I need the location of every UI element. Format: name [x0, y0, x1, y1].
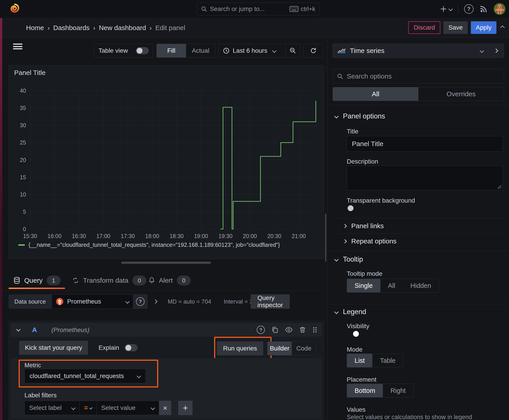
description-textarea[interactable]: [347, 165, 503, 190]
transform-count-badge: 0: [132, 276, 146, 285]
chart-panel[interactable]: 051015202530354015:3016:0016:3017:0017:3…: [8, 65, 324, 259]
run-queries-button[interactable]: Run queries: [217, 341, 263, 355]
user-avatar[interactable]: [494, 3, 505, 15]
tooltip-section-title: Tooltip: [343, 255, 363, 263]
select-label-dropdown[interactable]: Select label: [24, 401, 80, 415]
discard-button[interactable]: Discard: [408, 21, 440, 34]
kick-start-query-button[interactable]: Kick start your query: [19, 341, 88, 355]
fill-option[interactable]: Fill: [157, 44, 186, 57]
chevron-down-icon: [334, 257, 339, 262]
tab-overrides[interactable]: Overrides: [418, 87, 504, 101]
svg-text:30: 30: [20, 122, 26, 128]
query-help-icon[interactable]: ?: [257, 326, 265, 334]
apply-button[interactable]: Apply: [471, 21, 496, 34]
table-view-toggle-group[interactable]: Table view: [94, 44, 153, 58]
bell-icon: [149, 277, 155, 284]
remove-filter-button[interactable]: ×: [159, 401, 171, 415]
breadcrumb-dashboards[interactable]: Dashboards: [53, 24, 90, 32]
legend-placement-right[interactable]: Right: [383, 384, 413, 397]
tab-transform-data[interactable]: Transform data 0: [72, 272, 146, 289]
select-value-dropdown[interactable]: Select value: [97, 401, 159, 415]
explain-toggle[interactable]: [125, 344, 137, 351]
tab-query[interactable]: Query 1: [14, 272, 61, 289]
zoom-out-time-button[interactable]: [285, 44, 300, 57]
builder-option[interactable]: Builder: [267, 342, 292, 355]
legend-mode-table[interactable]: Table: [372, 354, 403, 367]
legend-placement-bottom[interactable]: Bottom: [347, 384, 383, 397]
datasource-row: Data source Prometheus ? MD = auto = 704…: [8, 294, 259, 309]
query-stats: MD = auto = 704 Interval = 30s: [168, 294, 259, 309]
global-search-input[interactable]: Search or jump to... ctrl+k: [197, 2, 319, 15]
table-view-toggle[interactable]: [136, 47, 149, 54]
svg-text:16:00: 16:00: [48, 233, 62, 239]
time-series-chart[interactable]: 051015202530354015:3016:0016:3017:0017:3…: [9, 65, 324, 258]
refresh-icon: [310, 47, 317, 54]
tooltip-mode-all[interactable]: All: [380, 279, 403, 292]
news-rss-button[interactable]: [479, 5, 488, 13]
drag-handle-icon[interactable]: [312, 326, 317, 333]
search-icon: [337, 73, 343, 79]
refresh-button[interactable]: [304, 44, 323, 58]
breadcrumb-new-dashboard[interactable]: New dashboard: [99, 24, 146, 32]
horizontal-scrollbar[interactable]: [121, 262, 211, 264]
sidebar-divider: [327, 38, 327, 420]
help-button[interactable]: ?: [464, 4, 473, 14]
trash-icon[interactable]: [299, 326, 306, 333]
duplicate-icon[interactable]: [272, 326, 278, 333]
operator-dropdown[interactable]: =: [80, 401, 97, 415]
options-search-input[interactable]: Search options: [333, 69, 504, 83]
tooltip-mode-hidden[interactable]: Hidden: [403, 279, 439, 292]
time-range-picker[interactable]: Last 6 hours: [219, 44, 285, 57]
tab-alert[interactable]: Alert 0: [149, 272, 191, 289]
collapse-pane-button[interactable]: [500, 26, 505, 29]
svg-text:15:30: 15:30: [23, 233, 37, 239]
vertical-scrollbar[interactable]: [325, 214, 326, 262]
viz-suggestions-button[interactable]: [488, 44, 504, 58]
svg-text:18:30: 18:30: [170, 233, 184, 239]
builder-code-switch: Builder Code: [267, 341, 316, 355]
legend-mode-list[interactable]: List: [347, 354, 372, 367]
save-button[interactable]: Save: [443, 21, 468, 34]
actual-option[interactable]: Actual: [186, 44, 215, 57]
code-option[interactable]: Code: [292, 342, 316, 355]
query-row-header[interactable]: A (Prometheus) ?: [11, 323, 322, 337]
breadcrumb-home[interactable]: Home: [26, 24, 44, 32]
tooltip-section-header[interactable]: Tooltip: [335, 255, 363, 263]
panel-options-header[interactable]: Panel options: [335, 112, 385, 120]
datasource-select[interactable]: Prometheus: [52, 294, 133, 309]
explain-label: Explain: [99, 344, 119, 351]
datasource-help-button[interactable]: ?: [133, 294, 147, 309]
svg-text:21:00: 21:00: [292, 233, 306, 239]
collapse-query-chevron[interactable]: [17, 328, 20, 332]
search-placeholder: Search or jump to...: [210, 5, 287, 13]
query-inspector-button[interactable]: Query inspector: [251, 294, 290, 309]
add-filter-button[interactable]: +: [178, 401, 193, 415]
metric-select[interactable]: cloudflared_tunnel_total_requests: [24, 369, 146, 383]
chevron-up-icon: [500, 25, 505, 30]
active-tab-underline: [8, 288, 65, 289]
breadcrumb-separator: [93, 24, 95, 32]
explain-toggle-group: Explain: [99, 341, 137, 355]
svg-text:5: 5: [23, 209, 26, 215]
legend-series-name[interactable]: {__name__="cloudflared_tunnel_total_requ…: [29, 242, 280, 248]
query-editor-card: A (Prometheus) ?: [8, 321, 324, 420]
grafana-logo-icon[interactable]: [9, 3, 21, 15]
chart-legend[interactable]: {__name__="cloudflared_tunnel_total_requ…: [18, 242, 280, 248]
menu-hamburger-button[interactable]: [13, 44, 23, 49]
chevron-down-icon: [71, 406, 76, 410]
tooltip-mode-single[interactable]: Single: [347, 279, 380, 292]
eye-icon[interactable]: [285, 327, 293, 333]
svg-text:16:30: 16:30: [72, 233, 86, 239]
grafana-edit-panel-page: Search or jump to... ctrl+k ?: [0, 0, 509, 420]
help-circle-icon: ?: [136, 297, 144, 306]
query-ds-hint: (Prometheus): [51, 326, 90, 334]
resize-handle-icon[interactable]: [498, 185, 501, 189]
repeat-options-header[interactable]: Repeat options: [343, 237, 396, 245]
datasource-expander[interactable]: [154, 294, 157, 309]
new-dropdown-button[interactable]: [440, 5, 452, 13]
panel-links-header[interactable]: Panel links: [343, 222, 384, 230]
legend-section-header[interactable]: Legend: [335, 308, 366, 316]
visualization-select[interactable]: Time series: [333, 44, 488, 58]
tab-all[interactable]: All: [333, 87, 418, 101]
title-field-input[interactable]: Panel Title: [347, 136, 503, 152]
